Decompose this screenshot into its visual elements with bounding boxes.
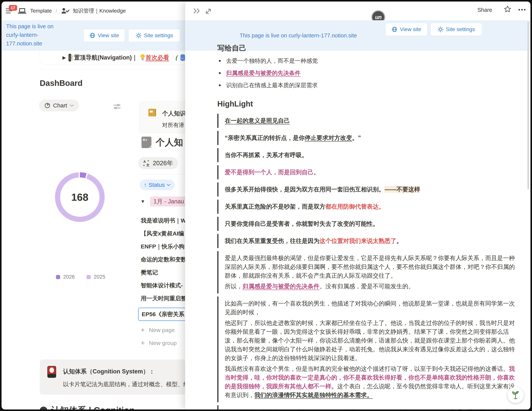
quote-paragraph: 比如高一的时候，有一个喜欢我的男生，他描述了对我动心的瞬间，他说那是第一堂课，也… (225, 299, 516, 317)
plus-icon: + (141, 340, 145, 347)
page-title-text: 个人知 (156, 136, 183, 148)
favorite-star-icon[interactable] (504, 5, 511, 14)
legend-item-2026[interactable]: 2026 (56, 274, 75, 280)
breadcrumb-page[interactable]: 知识管理｜Knowledge (73, 7, 126, 15)
sidebar-menu-icon[interactable]: 17 (6, 8, 14, 14)
quote-block: 比如高一的时候，有一个喜欢我的男生，他描述了对我动心的瞬间，他说那是第一堂课，也… (217, 297, 516, 402)
bullet-item: 去爱一个独特的人，而不是一种感觉 (217, 56, 516, 65)
new-page-label: New page (149, 327, 175, 333)
share-button[interactable]: Share (477, 7, 492, 13)
list-item[interactable]: ENFP｜快乐小狗 (141, 243, 190, 250)
sprout-icon (510, 390, 521, 400)
expand-page-icon[interactable] (205, 8, 212, 16)
legend-label-2026: 2026 (63, 274, 75, 280)
cognition-system-callout: 认知体系（Cognition System）： 以卡片笔记法为底层结构，通过对概… (40, 359, 185, 395)
donut-chart: 168 (55, 172, 105, 222)
quote-text: 比如高一的时候，有一个喜欢我的男生，他描述了对我动心的瞬间，他说那是第一堂课，也… (225, 300, 515, 316)
quote-text-pink-link[interactable]: 归属感是爱与被爱的先决条件 (243, 283, 319, 290)
list-item-selected[interactable]: EP56《亲密关系 (138, 308, 190, 321)
chart-tab-label: Chart (53, 102, 67, 109)
cognition-heading-text: 认知体系 | Cognition (51, 404, 135, 410)
sort-status-label: Status (149, 182, 165, 188)
site-settings-label: Site settings (144, 32, 173, 38)
more-options-icon[interactable]: ••• (518, 7, 527, 13)
quote-text-red: 都在用防御代替表达。 (325, 203, 385, 210)
left-live-banner: This page is live on curly-lantern-177.n… (1, 20, 185, 51)
group-header-chip: 1月 - Janau (150, 197, 188, 206)
view-site-button[interactable]: View site (385, 23, 427, 36)
translate-icon: A文 (143, 160, 150, 167)
notification-badge: 17 (9, 5, 17, 11)
legend-label-2025: 2025 (94, 274, 105, 280)
left-topbar: 17 Template / 知识管理｜Knowledge (6, 1, 126, 20)
svg-text:文: 文 (146, 163, 150, 167)
legend-item-2025[interactable]: 2025 (86, 274, 105, 280)
new-group-button[interactable]: + New group (141, 339, 190, 347)
sort-status-pill[interactable]: ↑ Status (140, 180, 175, 190)
section-divider (40, 69, 185, 70)
bullet-dot (219, 84, 221, 86)
breadcrumb-template[interactable]: Template (30, 8, 52, 14)
donut-center-value: 168 (71, 191, 88, 203)
new-page-button[interactable]: + New page (141, 326, 190, 334)
bullet-item: 识别自己在情感上最本质的深层需求 (217, 81, 516, 90)
card-subtitle: 对所有潜 (162, 121, 184, 129)
card-title: 个人知识 (162, 110, 186, 118)
quote-text-highlighted: ——不要这样 (385, 186, 420, 193)
laptop-icon (18, 8, 27, 14)
quote-block: 在一起的意义是照见自己 (217, 114, 516, 128)
list-item[interactable]: 我是谁说明书｜W (141, 217, 190, 224)
year-filter-pill[interactable]: A文 2026年 (138, 157, 178, 169)
view-options-sliders-icon[interactable] (113, 103, 121, 110)
list-item[interactable]: 【风变x黄叔AI编 (141, 230, 190, 237)
list-item[interactable]: 命运的定数和变数 (141, 256, 190, 263)
bullet-dot (219, 72, 221, 74)
tab-chart-view[interactable]: Chart (39, 100, 79, 111)
quote-text: “亲密关系真正的转折点，是你 (225, 135, 305, 141)
dashboard-title: DashBoard (40, 79, 83, 88)
quote-text: 我虽然没有喜欢这个男生，但是当时真的完全被他的这个描述打动了呀，以至于到今天我还… (225, 365, 509, 372)
view-site-label: View site (400, 26, 421, 32)
must-read-link[interactable]: 首次必看 (145, 54, 169, 62)
heading-highlight: HighLight (217, 99, 516, 109)
cognition-section-heading: 认知体系 | Cognition (40, 404, 135, 410)
notion-window: 17 Template / 知识管理｜Knowledge This page i… (1, 1, 531, 410)
site-settings-button[interactable]: Site settings (430, 23, 482, 36)
heading-to-myself: 写给自己 (217, 44, 516, 53)
quote-text: 。” (352, 135, 361, 141)
linked-page-card[interactable]: 个人知识 对所有潜 (139, 102, 189, 133)
database-page-title: A+ 个人知 (142, 136, 183, 148)
quote-paragraph: 我觉得这就是恋爱为什么充满着风险、挫折、痛苦，还是那么多人甘之如饴的原因。谈恋爱… (225, 408, 516, 410)
new-group-label: New group (149, 340, 177, 346)
group-header-january[interactable]: ▼ 1月 - Janau (141, 197, 188, 206)
bullet-dot (219, 60, 221, 62)
quote-block: 关系里真正危险的不是吵架，而是双方都在用防御代替表达。 (217, 200, 516, 214)
scrollbar-thumb[interactable] (527, 21, 529, 189)
quote-text: 所以， (225, 283, 243, 290)
quote-block: “亲密关系真正的转折点，是你停止要求对方改变。” (217, 131, 516, 145)
legend-swatch-2025 (86, 275, 91, 279)
toggle-down-icon[interactable]: ▼ (141, 199, 145, 204)
nav-row-title[interactable]: 置顶导航(Navigation)｜ (74, 54, 137, 62)
quote-paragraph: 所以，归属感是爱与被爱的先决条件。没有归属感，爱是不可能发生的。 (225, 282, 516, 291)
bullet-text-link[interactable]: 归属感是爱与被爱的先决条件 (226, 69, 301, 77)
toggle-right-icon[interactable]: ▶ (62, 55, 66, 60)
plus-icon: + (141, 327, 145, 334)
site-settings-button[interactable]: Site settings (128, 29, 180, 42)
view-site-button[interactable]: View site (84, 29, 125, 42)
list-item[interactable]: 智能体设计模式- (141, 282, 190, 289)
year-pill-label: 2026年 (153, 159, 173, 167)
legend-swatch-2026 (56, 275, 60, 279)
avatar-monogram: un (375, 14, 381, 20)
member-check-icon (61, 8, 69, 14)
list-item[interactable]: 樊笔记 (141, 269, 190, 276)
bullet-item: 归属感是爱与被爱的先决条件 (217, 69, 516, 77)
quote-block: 只要你觉得自己是受害者，你就暂时失去了改变的可能性。 (217, 217, 516, 231)
list-item[interactable]: 用一天时间重启整 (141, 295, 190, 302)
chart-legend: 2026 2025 (56, 274, 105, 280)
database-item-list: 我是谁说明书｜W 【风变x黄叔AI编 ENFP｜快乐小狗 命运的定数和变数 樊笔… (141, 217, 190, 347)
collapse-double-chevron-icon[interactable] (193, 7, 201, 15)
quote-text: 我觉得这就是恋爱为什么充满着风险、挫折、痛苦，还是那么多人甘之如饴的原因。 (225, 409, 444, 410)
assistant-plant-button[interactable] (508, 387, 524, 403)
quote-block: 爱不是得到一个人，而是回到自己。 (217, 165, 516, 179)
